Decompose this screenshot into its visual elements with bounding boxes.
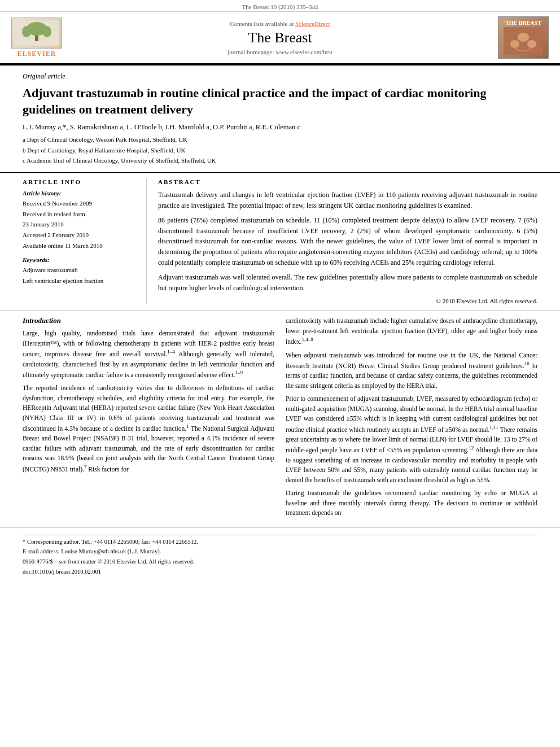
abstract-para-1: Trastuzumab delivery and changes in left…	[158, 190, 537, 211]
svg-point-4	[42, 26, 51, 37]
journal-citation: The Breast 19 (2010) 339–344	[242, 3, 318, 10]
date-received: Received 9 November 2009	[23, 198, 137, 209]
journal-center: Contents lists available at ScienceDirec…	[62, 20, 498, 55]
keywords-label: Keywords:	[23, 256, 137, 263]
introduction-title: Introduction	[23, 316, 274, 325]
affiliation-a: a Dept of Clinical Oncology, Weston Park…	[23, 135, 537, 145]
right-para-3: Prior to commencement of adjuvant trastu…	[286, 394, 537, 485]
article-section-label: Original article	[23, 72, 537, 81]
svg-point-3	[22, 26, 31, 37]
doi-line: doi:10.1016/j.breast.2010.02.001	[23, 567, 537, 576]
journal-title: The Breast	[73, 29, 487, 46]
svg-point-8	[527, 40, 536, 48]
intro-para-2: The reported incidence of cardiotoxicity…	[23, 383, 274, 474]
breast-logo-title: THE BREAST	[505, 20, 541, 26]
sciencedirect-url[interactable]: ScienceDirect	[295, 20, 330, 27]
elsevier-logo-image	[11, 18, 62, 49]
body-left-column: Introduction Large, high quality, random…	[23, 316, 274, 521]
journal-logo-right: THE BREAST	[498, 16, 549, 59]
corresponding-author: * Corresponding author. Tel.: +44 0114 2…	[23, 538, 537, 547]
affiliation-b: b Dept of Cardiology, Royal Hallamshire …	[23, 146, 537, 156]
article-info-column: ARTICLE INFO Article history: Received 9…	[23, 178, 147, 304]
svg-point-7	[510, 40, 519, 48]
article-info-abstract: ARTICLE INFO Article history: Received 9…	[0, 173, 560, 311]
elsevier-logo: ELSEVIER	[11, 18, 62, 58]
date-accepted: Accepted 2 February 2010	[23, 230, 137, 241]
right-column-text: cardiotoxicity with trastuzumab include …	[286, 316, 537, 518]
article-info-heading: ARTICLE INFO	[23, 178, 137, 185]
svg-point-6	[518, 33, 529, 42]
right-para-1: cardiotoxicity with trastuzumab include …	[286, 316, 537, 347]
article-section: Original article Adjuvant trastuzumab in…	[0, 65, 560, 173]
article-history-label: Article history:	[23, 190, 137, 196]
email-address: E-mail address: Louise.Murray@sth.nhs.uk…	[23, 547, 537, 556]
article-dates: Received 9 November 2009 Received in rev…	[23, 198, 137, 251]
copyright: © 2010 Elsevier Ltd. All rights reserved…	[158, 298, 537, 304]
affiliation-c: c Academic Unit of Clinical Oncology, Un…	[23, 156, 537, 166]
date-revised: 23 January 2010	[23, 219, 137, 230]
introduction-text: Large, high quality, randomised trials h…	[23, 329, 274, 474]
sciencedirect-link: Contents lists available at ScienceDirec…	[73, 20, 487, 27]
right-para-2: When adjuvant trastuzumab was introduced…	[286, 351, 537, 391]
abstract-para-2: 86 patients (78%) completed trastuzumab …	[158, 215, 537, 268]
right-para-4: During trastuzumab the guidelines recomm…	[286, 488, 537, 518]
keyword-2: Left ventricular ejection fraction	[23, 276, 137, 286]
elsevier-brand-text: ELSEVIER	[18, 50, 56, 58]
abstract-para-3: Adjuvant trastuzumab was well tolerated …	[158, 272, 537, 293]
breast-logo-image: THE BREAST	[498, 16, 549, 59]
issn-line: 0960-9776/$ – see front matter © 2010 El…	[23, 557, 537, 566]
keyword-1: Adjuvant trastuzumab	[23, 265, 137, 276]
date-revised-label: Received in revised form	[23, 209, 137, 220]
journal-header: ELSEVIER Contents lists available at Sci…	[0, 12, 560, 64]
body-right-column: cardiotoxicity with trastuzumab include …	[286, 316, 537, 521]
article-authors: L.J. Murray a,*, S. Ramakrishnan a, L. O…	[23, 123, 537, 132]
article-title: Adjuvant trastuzumab in routine clinical…	[23, 85, 537, 117]
footer: * Corresponding author. Tel.: +44 0114 2…	[0, 527, 560, 582]
abstract-heading: ABSTRACT	[158, 178, 537, 185]
journal-top-bar: The Breast 19 (2010) 339–344	[0, 0, 560, 12]
keywords-list: Adjuvant trastuzumab Left ventricular ej…	[23, 265, 137, 286]
body-content: Introduction Large, high quality, random…	[0, 311, 560, 527]
journal-homepage: journal homepage: www.elsevier.com/brst	[73, 49, 487, 55]
svg-rect-2	[35, 36, 38, 41]
intro-para-1: Large, high quality, randomised trials h…	[23, 329, 274, 380]
abstract-text: Trastuzumab delivery and changes in left…	[158, 190, 537, 293]
article-affiliations: a Dept of Clinical Oncology, Weston Park…	[23, 135, 537, 166]
abstract-column: ABSTRACT Trastuzumab delivery and change…	[158, 178, 537, 304]
date-online: Available online 11 March 2010	[23, 241, 137, 251]
